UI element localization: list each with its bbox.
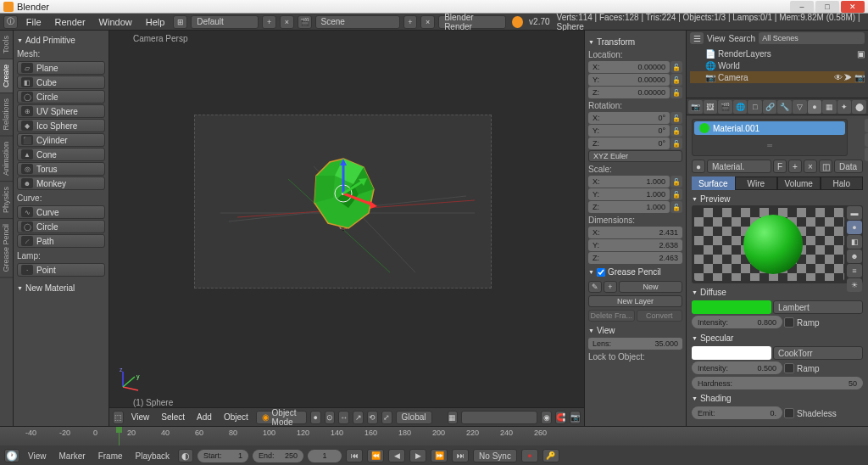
play-button[interactable]: ▶ — [409, 449, 426, 462]
preview-hair-button[interactable]: ≡ — [847, 264, 862, 277]
slot-add-button[interactable]: + — [865, 119, 868, 132]
add-path-button[interactable]: ⟋Path — [17, 234, 105, 248]
rot-z-lock[interactable]: 🔓 — [670, 137, 682, 149]
selected-object[interactable] — [308, 155, 379, 233]
gp-enable-checkbox[interactable] — [597, 268, 605, 277]
scale-z-field[interactable]: Z:1.000 — [588, 201, 670, 213]
dim-x-field[interactable]: X:2.431 — [588, 227, 682, 238]
menu-help[interactable]: Help — [141, 15, 170, 29]
scale-y-field[interactable]: Y:1.000 — [588, 188, 670, 200]
rotation-mode-dropdown[interactable]: XYZ Euler — [588, 150, 682, 162]
tab-modifiers[interactable]: 🔧 — [777, 100, 792, 114]
diffuse-header[interactable]: Diffuse — [692, 286, 863, 299]
viewport-menu-add[interactable]: Add — [192, 411, 216, 423]
viewport-menu-object[interactable]: Object — [220, 411, 253, 423]
outliner-item-world[interactable]: 🌐World — [690, 59, 865, 71]
layout-add-button[interactable]: + — [262, 15, 276, 29]
tab-material[interactable]: ● — [808, 100, 822, 114]
preview-sky-button[interactable]: ☀ — [847, 278, 862, 292]
timeline-editor-type-button[interactable]: 🕐 — [4, 449, 19, 462]
material-new-button[interactable]: + — [788, 160, 802, 173]
tab-physics[interactable]: Physics — [0, 182, 13, 219]
loc-x-lock[interactable]: 🔓 — [670, 61, 682, 73]
jump-start-button[interactable]: ⏮ — [346, 449, 363, 462]
renderlayer-active-icon[interactable]: ▣ — [857, 49, 865, 59]
use-preview-range-button[interactable]: ◐ — [178, 449, 193, 462]
material-nodes-button[interactable]: ◫ — [819, 160, 832, 173]
tab-grease-pencil[interactable]: Grease Pencil — [0, 219, 13, 278]
add-curvecircle-button[interactable]: ◯Circle — [17, 220, 105, 233]
orientation-dropdown[interactable]: Global — [396, 411, 432, 424]
loc-z-field[interactable]: Z:0.00000 — [588, 87, 670, 98]
preview-sphere-button[interactable]: ● — [847, 221, 862, 234]
material-slot-list[interactable]: Material.001 ═ — [692, 119, 848, 156]
tab-object[interactable]: □ — [748, 100, 762, 114]
outliner-menu-view[interactable]: View — [707, 34, 726, 43]
transform-header[interactable]: Transform — [588, 36, 682, 48]
manipulator-toggle[interactable]: ↔ — [338, 411, 349, 424]
outliner-editor-type-button[interactable]: ☰ — [690, 32, 704, 44]
timeline-menu-view[interactable]: View — [24, 450, 51, 462]
gp-delete-frames-button[interactable]: Delete Fra... — [588, 310, 635, 322]
tab-constraints[interactable]: 🔗 — [763, 100, 777, 114]
preview-flat-button[interactable]: ▬ — [847, 206, 862, 220]
dim-z-field[interactable]: Z:2.463 — [588, 252, 682, 264]
start-frame-field[interactable]: Start:1 — [198, 450, 248, 462]
mode-dropdown[interactable]: ◉ Object Mode — [256, 411, 307, 424]
manipulator-scale[interactable]: ⤢ — [381, 411, 392, 424]
tab-physics[interactable]: ⬤ — [852, 100, 866, 114]
timeline-ruler[interactable]: -40-200204060801001201401601802002202402… — [0, 427, 868, 445]
snap-button[interactable]: 🧲 — [555, 411, 566, 424]
view-section-header[interactable]: View — [588, 324, 682, 337]
preview-monkey-button[interactable]: ☻ — [847, 249, 862, 263]
rot-x-lock[interactable]: 🔓 — [670, 112, 682, 124]
mattype-volume[interactable]: Volume — [777, 176, 821, 190]
mattype-surface[interactable]: Surface — [692, 176, 735, 190]
layout-delete-button[interactable]: × — [280, 15, 294, 29]
menu-window[interactable]: Window — [94, 15, 137, 29]
render-engine-dropdown[interactable]: Blender Render — [438, 15, 506, 29]
menu-render[interactable]: Render — [50, 15, 91, 29]
add-curve-button[interactable]: ∿Curve — [17, 205, 105, 219]
rot-y-lock[interactable]: 🔓 — [670, 125, 682, 137]
add-icosphere-button[interactable]: ◆Ico Sphere — [17, 119, 105, 132]
material-link-dropdown[interactable]: Data — [834, 160, 863, 173]
tab-tools[interactable]: Tools — [0, 31, 13, 59]
mattype-halo[interactable]: Halo — [821, 176, 864, 190]
add-point-lamp-button[interactable]: ·Point — [17, 263, 105, 277]
emit-field[interactable]: Emit:0. — [692, 406, 782, 419]
editor-type-button[interactable]: ⓘ — [3, 15, 18, 29]
material-name-field[interactable]: Material. — [707, 160, 771, 173]
gp-new-button[interactable]: New — [619, 281, 682, 293]
preview-header[interactable]: Preview — [692, 193, 863, 205]
layout-dropdown[interactable]: Default — [191, 15, 259, 29]
preview-cube-button[interactable]: ◧ — [847, 235, 862, 249]
add-cylinder-button[interactable]: ⬛Cylinder — [17, 133, 105, 147]
window-close-button[interactable]: ✕ — [841, 1, 865, 13]
rot-z-field[interactable]: Z:0° — [588, 137, 670, 149]
pivot-button[interactable]: ⊙ — [325, 411, 336, 424]
scale-z-lock[interactable]: 🔓 — [670, 201, 682, 213]
render-border-button[interactable]: 📷 — [570, 411, 581, 424]
gp-add-button[interactable]: + — [604, 281, 617, 293]
rot-x-field[interactable]: X:0° — [588, 112, 670, 124]
loc-y-field[interactable]: Y:0.00000 — [588, 74, 670, 86]
add-monkey-button[interactable]: ☻Monkey — [17, 176, 105, 190]
gp-draw-button[interactable]: ✎ — [588, 281, 602, 293]
scene-browse-button[interactable]: 🎬 — [298, 15, 312, 29]
scene-delete-button[interactable]: × — [420, 15, 435, 29]
shading-header[interactable]: Shading — [692, 392, 863, 405]
rot-y-field[interactable]: Y:0° — [588, 125, 670, 137]
play-reverse-button[interactable]: ◀ — [388, 449, 405, 462]
outliner-filter-dropdown[interactable]: All Scenes — [759, 32, 865, 44]
add-cone-button[interactable]: ▲Cone — [17, 148, 105, 161]
diffuse-shader-dropdown[interactable]: Lambert — [773, 300, 863, 314]
tab-animation[interactable]: Animation — [0, 137, 13, 182]
dim-y-field[interactable]: Y:2.638 — [588, 239, 682, 251]
tab-relations[interactable]: Relations — [0, 93, 13, 137]
specular-color-swatch[interactable] — [692, 346, 771, 360]
hardness-field[interactable]: Hardness:50 — [692, 377, 863, 389]
menu-file[interactable]: File — [21, 15, 47, 29]
outliner-menu-search[interactable]: Search — [729, 34, 756, 43]
timeline-menu-marker[interactable]: Marker — [55, 450, 90, 462]
